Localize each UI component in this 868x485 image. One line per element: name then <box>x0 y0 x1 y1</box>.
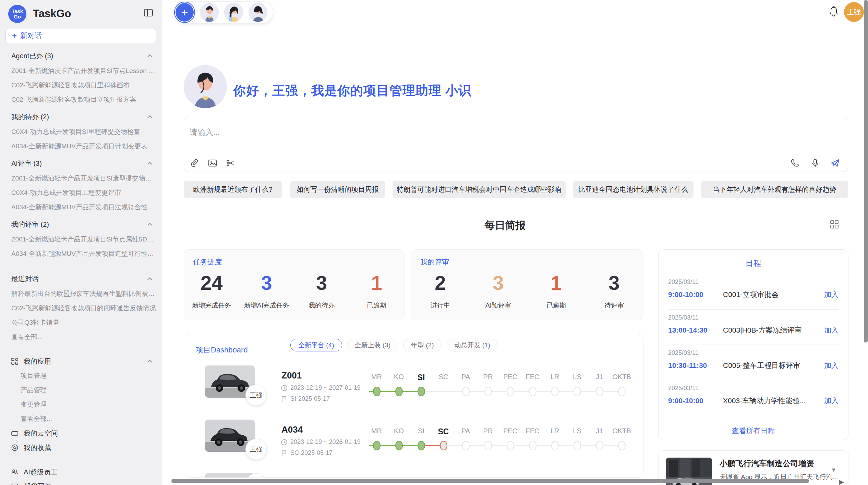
milestone-dot[interactable] <box>574 387 581 396</box>
chevron-up-icon[interactable] <box>147 221 153 227</box>
conversation-item[interactable]: C02-飞腾新能源轻客改款项目里程碑画布 <box>0 78 162 92</box>
vertical-scrollbar-thumb[interactable] <box>864 0 868 343</box>
agent-avatar[interactable] <box>224 3 243 22</box>
conversation-item[interactable]: Z001-全新燃油轻卡产品开发项目SI造型提交物评审 <box>0 171 162 186</box>
chevron-up-icon[interactable] <box>147 160 153 166</box>
milestone-dot[interactable] <box>484 441 492 450</box>
divider <box>668 415 839 415</box>
join-link[interactable]: 加入 <box>824 361 839 370</box>
conversation-item[interactable]: A034-全新新能源MUV产品开发项目造型可行性评审 <box>0 247 162 261</box>
sidebar-item-ai-super-staff[interactable]: AI超级员工 <box>0 465 162 479</box>
suggestion-chip[interactable]: 欧洲新规最近颁布了什么? <box>184 181 282 198</box>
scroll-down-arrow-icon[interactable]: ▼ <box>831 467 837 474</box>
view-all-schedule-link[interactable]: 查看所有日程 <box>659 426 848 436</box>
recent-chat-item[interactable]: C02-飞腾新能源轻客改款项目的闭环通告反馈情况 <box>0 301 162 315</box>
milestone-dot[interactable] <box>596 387 603 396</box>
project-code[interactable]: A034 <box>281 424 303 435</box>
sidebar-item-favorites[interactable]: 我的收藏 <box>0 440 162 455</box>
chevron-up-icon[interactable] <box>147 358 153 364</box>
suggestion-chip[interactable]: 当下年轻人对汽车外观有怎样的喜好趋势 <box>701 181 848 198</box>
chat-input[interactable] <box>190 122 670 142</box>
sidebar-lists: Agent已办 (3) Z001-全新燃油皮卡产品开发项目SI节点Lesson … <box>0 43 162 485</box>
conversation-item[interactable]: Z001-全新燃油轻卡产品开发项目SI节点属性5D文件评审 <box>0 232 162 247</box>
conversation-item[interactable]: C0X4-动力总成开发项目SI里程碑提交物检查 <box>0 125 162 139</box>
image-icon[interactable] <box>208 159 217 167</box>
sidebar-item-my-apps[interactable]: 我的应用 <box>0 354 162 369</box>
project-owner-badge: 王强 <box>245 385 267 406</box>
conversation-item[interactable]: A034-全新新能源MUV产品开发项目法规符合性评审 <box>0 200 162 214</box>
apps-view-all[interactable]: 查看全部... <box>0 412 162 426</box>
milestone-dot[interactable] <box>418 387 425 396</box>
milestone-dot[interactable] <box>418 441 425 450</box>
milestone-dot[interactable] <box>373 387 381 396</box>
join-link[interactable]: 加入 <box>824 290 839 299</box>
paperclip-icon[interactable] <box>190 159 199 167</box>
recent-chat-item[interactable]: 解释最新出台的欧盟报废车法规再生塑料比例被调至15%... <box>0 287 162 301</box>
horizontal-scrollbar-thumb[interactable] <box>171 479 809 483</box>
sidebar-item-project-mgmt[interactable]: 项目管理 <box>0 369 162 383</box>
project-code[interactable]: Z001 <box>281 370 302 381</box>
project-flag-date: SI-2025-05-17 <box>281 395 330 402</box>
phone-icon[interactable] <box>791 159 800 167</box>
milestone-dot[interactable] <box>462 441 470 450</box>
join-link[interactable]: 加入 <box>824 396 839 406</box>
new-chat-button[interactable]: + 新对话 <box>5 28 156 43</box>
layout-grid-icon[interactable] <box>830 220 839 229</box>
greeting-text: 你好，王强，我是你的项目管理助理 小识 <box>233 82 471 99</box>
tab-year-model[interactable]: 年型 (2) <box>403 339 442 351</box>
agent-avatar[interactable] <box>200 3 219 22</box>
milestone-dot[interactable] <box>618 441 626 450</box>
send-icon[interactable] <box>831 159 840 167</box>
milestone-label: PR <box>483 427 493 435</box>
divider <box>0 349 162 349</box>
milestone-dot[interactable] <box>373 441 381 450</box>
app-title: TaskGo <box>33 8 71 20</box>
milestone-dot[interactable] <box>551 387 559 396</box>
suggestion-chip[interactable]: 比亚迪全固态电池计划具体说了什么 <box>573 181 694 198</box>
sidebar-item-help-me-write[interactable]: 帮我写作 <box>0 479 162 485</box>
horizontal-scrollbar[interactable] <box>171 479 840 483</box>
sidebar-item-cloud-space[interactable]: 我的云空间 <box>0 426 162 440</box>
chevron-up-icon[interactable] <box>147 276 153 282</box>
project-flag-date: SC-2025-05-17 <box>281 449 333 457</box>
notification-bell-icon[interactable] <box>829 6 839 17</box>
milestone-dot[interactable] <box>618 387 626 396</box>
milestone-dot[interactable] <box>551 441 559 450</box>
suggestion-chip[interactable]: 特朗普可能对进口汽车增税会对中国车企造成哪些影响 <box>393 181 566 198</box>
sidebar-collapse-icon[interactable] <box>144 8 153 17</box>
sidebar-item-product-mgmt[interactable]: 产品管理 <box>0 383 162 397</box>
conversation-item[interactable]: A034-全新新能源MUV产品开发项目计划变更表编写 <box>0 139 162 153</box>
conversation-item[interactable]: C02-飞腾新能源轻客改款项目立项汇报方案 <box>0 92 162 107</box>
add-agent-button[interactable]: + <box>175 2 194 22</box>
vertical-scrollbar[interactable] <box>864 0 868 485</box>
scissors-icon[interactable] <box>226 159 235 167</box>
milestone-dot[interactable] <box>574 441 581 450</box>
milestone-dot[interactable] <box>395 441 403 450</box>
suggestion-chip[interactable]: 如何写一份清晰的项目周报 <box>290 181 385 198</box>
chevron-up-icon[interactable] <box>147 53 153 59</box>
milestone-dot[interactable] <box>462 387 470 396</box>
milestone-dot-overdue[interactable] <box>440 441 447 450</box>
sidebar-item-change-mgmt[interactable]: 变更管理 <box>0 397 162 412</box>
chevron-up-icon[interactable] <box>147 114 153 120</box>
agent-avatar[interactable] <box>249 3 267 22</box>
milestone-dot[interactable] <box>596 441 603 450</box>
join-link[interactable]: 加入 <box>824 325 839 335</box>
conversation-item[interactable]: C0X4-动力总成开发项目工程变更评审 <box>0 186 162 200</box>
milestone-dot[interactable] <box>395 387 403 396</box>
conversation-item[interactable]: Z001-全新燃油皮卡产品开发项目SI节点Lesson Learn报告 <box>0 64 162 78</box>
milestone-dot[interactable] <box>507 387 514 396</box>
tab-new-body[interactable]: 全新上装 (3) <box>347 339 399 351</box>
milestone-label: LS <box>573 427 581 435</box>
scroll-right-arrow-icon[interactable]: ▶ <box>839 478 844 485</box>
milestone-dot[interactable] <box>484 387 492 396</box>
milestone-dot[interactable] <box>529 387 537 396</box>
milestone-dot[interactable] <box>529 441 537 450</box>
microphone-icon[interactable] <box>811 159 820 167</box>
tab-powertrain[interactable]: 动总开发 (1) <box>447 339 498 351</box>
tab-new-platform[interactable]: 全新平台 (4) <box>290 339 342 351</box>
recent-view-all[interactable]: 查看全部... <box>0 330 162 344</box>
recent-chat-item[interactable]: 公司Q3轻卡销量 <box>0 315 162 330</box>
milestone-dot[interactable] <box>507 441 514 450</box>
user-avatar[interactable]: 王强 <box>844 2 864 22</box>
